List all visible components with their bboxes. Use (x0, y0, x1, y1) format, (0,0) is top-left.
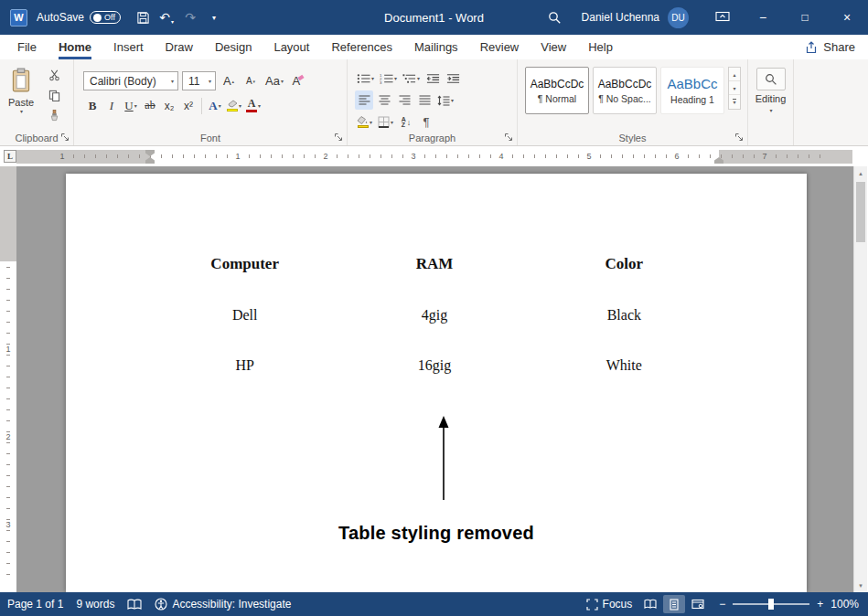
search-icon[interactable] (541, 4, 569, 31)
shading-button[interactable]: ▾ (355, 112, 374, 132)
minimize-button[interactable]: − (742, 0, 784, 35)
zoom-out-button[interactable]: − (710, 592, 727, 616)
clipboard-dialog-launcher-icon[interactable] (59, 132, 70, 143)
style-normal[interactable]: AaBbCcDc ¶ Normal (525, 67, 589, 114)
scroll-down-icon[interactable]: ▾ (854, 579, 867, 592)
print-layout-view-icon[interactable] (663, 595, 685, 613)
underline-button[interactable]: U ▾ (122, 96, 140, 115)
close-button[interactable]: × (826, 0, 868, 35)
text-effects-button[interactable]: A ▾ (206, 96, 224, 115)
tab-stop-selector[interactable]: L (4, 150, 16, 163)
tab-draw[interactable]: Draw (166, 35, 193, 59)
show-hide-pilcrow-button[interactable]: ¶ (417, 112, 435, 132)
ruler-number: 1 (57, 152, 68, 161)
tab-design[interactable]: Design (215, 35, 252, 59)
share-button[interactable]: Share (805, 35, 855, 59)
align-center-button[interactable] (375, 90, 393, 110)
user-name[interactable]: Daniel Uchenna (582, 11, 659, 24)
increase-indent-icon (446, 73, 460, 84)
change-case-button[interactable]: Aa ▾ (263, 71, 285, 90)
text-highlight-button[interactable]: ▾ (225, 96, 243, 115)
tab-layout[interactable]: Layout (273, 35, 309, 59)
paste-button[interactable]: Paste ▾ (4, 65, 38, 129)
user-avatar[interactable]: DU (668, 7, 689, 28)
style-heading-1[interactable]: AaBbCc Heading 1 (660, 67, 724, 114)
tab-mailings[interactable]: Mailings (414, 35, 458, 59)
word-logo-icon[interactable]: W (10, 9, 27, 27)
subscript-button[interactable]: x₂ (160, 96, 178, 115)
styles-scroll-down-icon[interactable]: ▾ (729, 81, 740, 95)
justify-icon (419, 95, 431, 105)
page-indicator[interactable]: Page 1 of 1 (0, 592, 70, 616)
increase-indent-button[interactable] (444, 69, 462, 88)
accessibility-status[interactable]: Accessibility: Investigate (148, 592, 297, 616)
vertical-ruler[interactable]: 1 2 3 (0, 166, 16, 592)
vertical-scrollbar[interactable]: ▴ ▾ (853, 166, 867, 592)
clear-formatting-button[interactable]: A (289, 71, 307, 90)
ruler-number: 4 (496, 152, 507, 161)
numbering-button[interactable]: 123 ▾ (378, 69, 399, 88)
strikethrough-button[interactable]: ab (141, 96, 159, 115)
shrink-font-button[interactable]: A ▾ (241, 71, 260, 90)
horizontal-ruler[interactable]: 1 1 2 3 4 5 6 7 (16, 150, 852, 164)
editing-button[interactable]: Editing ▾ (748, 68, 793, 113)
tab-help[interactable]: Help (588, 35, 613, 59)
font-name-combo[interactable]: Calibri (Body) ▾ (83, 71, 178, 90)
style-no-spacing[interactable]: AaBbCcDc ¶ No Spac... (593, 67, 657, 114)
scrollbar-thumb[interactable] (856, 182, 865, 242)
annotation-text: Table styling removed (66, 523, 807, 544)
zoom-level[interactable]: 100% (827, 598, 868, 611)
focus-button[interactable]: Focus (580, 592, 639, 616)
font-color-button[interactable]: A ▾ (244, 96, 263, 115)
font-dialog-launcher-icon[interactable] (333, 132, 344, 143)
shrink-font-icon: A (246, 76, 252, 86)
up-arrow-graphic (430, 416, 457, 503)
tab-file[interactable]: File (17, 35, 37, 59)
styles-dialog-launcher-icon[interactable] (734, 132, 745, 143)
web-layout-view-icon[interactable] (687, 595, 709, 613)
customize-qat-chevron-icon[interactable]: ▾ (203, 5, 225, 29)
maximize-button[interactable]: □ (784, 0, 826, 35)
proofing-icon[interactable] (121, 592, 148, 616)
align-right-button[interactable] (395, 90, 413, 110)
ribbon-tabs: File Home Insert Draw Design Layout Refe… (0, 35, 868, 59)
undo-icon: ↶ (159, 10, 170, 25)
italic-button[interactable]: I (102, 96, 121, 115)
tab-insert[interactable]: Insert (113, 35, 144, 59)
paragraph-dialog-launcher-icon[interactable] (503, 132, 514, 143)
grow-font-button[interactable]: A ▴ (220, 71, 238, 90)
justify-button[interactable] (415, 90, 434, 110)
sort-button[interactable]: A Z ↓ (397, 112, 415, 132)
bullets-button[interactable]: ▾ (355, 69, 376, 88)
tab-references[interactable]: References (331, 35, 391, 59)
superscript-button[interactable]: x² (179, 96, 198, 115)
multilevel-list-button[interactable]: ▾ (401, 69, 422, 88)
save-icon[interactable] (132, 5, 154, 29)
read-mode-view-icon[interactable] (639, 595, 661, 613)
bold-button[interactable]: B (83, 96, 102, 115)
cut-icon[interactable] (42, 67, 66, 84)
styles-gallery-more-icon[interactable]: ▾ (729, 95, 740, 109)
tab-home[interactable]: Home (59, 35, 91, 59)
zoom-in-button[interactable]: + (815, 592, 827, 616)
table-header-row: Computer RAM Color (150, 255, 719, 273)
word-count[interactable]: 9 words (70, 592, 121, 616)
styles-scroll-up-icon[interactable]: ▴ (729, 68, 740, 81)
copy-icon[interactable] (42, 87, 66, 104)
redo-button[interactable]: ↷ (179, 5, 201, 29)
tab-review[interactable]: Review (480, 35, 520, 59)
scroll-up-icon[interactable]: ▴ (854, 166, 867, 180)
undo-button[interactable]: ↶ ▾ (155, 5, 177, 29)
zoom-slider[interactable] (733, 599, 809, 610)
zoom-slider-thumb[interactable] (768, 599, 774, 610)
line-spacing-button[interactable]: ▾ (435, 90, 455, 110)
decrease-indent-button[interactable] (423, 69, 442, 88)
font-size-combo[interactable]: 11 ▾ (182, 71, 216, 90)
align-left-button[interactable] (355, 90, 373, 110)
borders-button[interactable]: ▾ (376, 112, 395, 132)
autosave-toggle[interactable]: Off (90, 11, 121, 24)
tab-view[interactable]: View (541, 35, 566, 59)
document-page[interactable]: Computer RAM Color Dell 4gig Black HP 16… (66, 174, 807, 592)
format-painter-icon[interactable] (42, 107, 66, 124)
ribbon-display-options-icon[interactable] (709, 4, 736, 31)
